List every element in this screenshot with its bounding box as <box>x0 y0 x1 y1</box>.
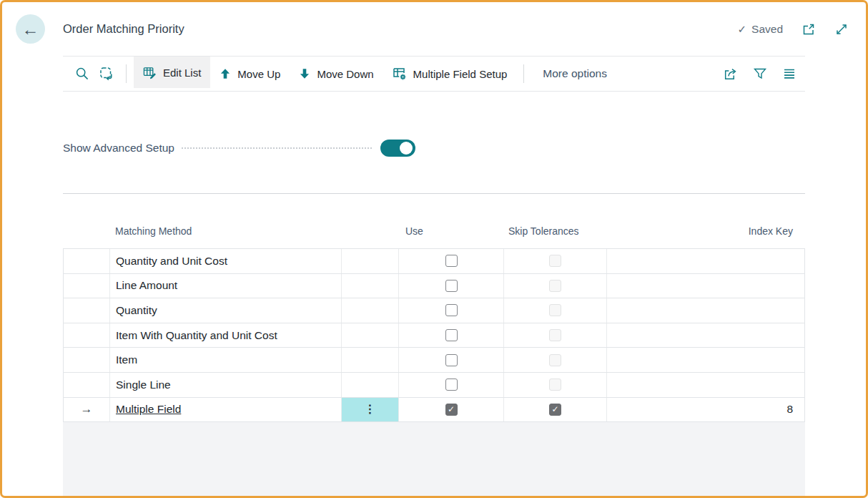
table-row: Single Line <box>64 373 804 398</box>
matching-method-cell[interactable]: Multiple Field <box>110 398 342 422</box>
matching-method-link[interactable]: Quantity <box>116 304 157 317</box>
skip-tolerances-checkbox[interactable]: ✓ <box>549 404 561 416</box>
title-bar: ← Order Matching Priority ✓ Saved <box>2 2 866 56</box>
use-cell <box>399 373 504 397</box>
table-row: Quantity <box>64 298 804 323</box>
expand-icon[interactable] <box>834 22 849 36</box>
row-menu-cell[interactable] <box>342 373 399 397</box>
index-key-cell[interactable]: 8 <box>607 398 804 422</box>
empty-footer-area <box>63 422 805 496</box>
move-up-icon <box>220 68 231 79</box>
row-selector-cell[interactable] <box>64 348 110 372</box>
saved-check-icon: ✓ <box>737 23 746 36</box>
move-down-button[interactable]: Move Down <box>290 57 383 91</box>
column-header-matching-method[interactable]: Matching Method <box>109 223 341 238</box>
column-header-use[interactable]: Use <box>398 223 503 238</box>
matching-method-link[interactable]: Quantity and Unit Cost <box>116 255 227 268</box>
table-row: Item <box>64 348 804 373</box>
row-selector-cell[interactable] <box>64 249 110 273</box>
edit-list-icon <box>143 66 157 79</box>
toolbar-separator <box>523 64 524 83</box>
use-cell <box>399 298 504 323</box>
refresh-icon[interactable] <box>94 67 119 81</box>
matching-method-cell[interactable]: Item With Quantity and Unit Cost <box>110 323 342 348</box>
table-row: Quantity and Unit Cost <box>64 249 804 274</box>
row-selector-cell[interactable] <box>64 298 110 323</box>
column-header-skip-tolerances[interactable]: Skip Tolerances <box>503 223 606 238</box>
use-checkbox[interactable] <box>445 379 458 391</box>
row-menu-cell[interactable]: ⋮ <box>342 398 399 422</box>
use-checkbox[interactable] <box>445 304 458 316</box>
use-checkbox[interactable] <box>445 280 458 292</box>
show-advanced-setup-label: Show Advanced Setup <box>63 142 174 155</box>
share-icon[interactable] <box>723 67 738 82</box>
table-body: Quantity and Unit Cost Line Amount <box>63 248 805 422</box>
matching-method-link[interactable]: Item <box>116 353 137 366</box>
row-selector-cell[interactable]: → <box>64 398 110 422</box>
column-header-selector <box>63 223 109 238</box>
row-selector-cell[interactable] <box>64 323 110 348</box>
index-key-cell[interactable] <box>607 298 804 323</box>
matching-method-link[interactable]: Item With Quantity and Unit Cost <box>116 329 277 342</box>
row-menu-cell[interactable] <box>342 348 399 372</box>
skip-tolerances-checkbox <box>549 379 561 391</box>
index-key-cell[interactable] <box>607 323 804 348</box>
row-selector-cell[interactable] <box>64 373 110 397</box>
search-icon[interactable] <box>70 67 94 81</box>
more-options-button[interactable]: More options <box>531 67 618 80</box>
skip-tolerances-checkbox <box>549 280 561 292</box>
move-up-button[interactable]: Move Up <box>210 57 290 91</box>
list-view-icon[interactable] <box>782 67 797 81</box>
multiple-field-setup-label: Multiple Field Setup <box>413 68 508 80</box>
filter-icon[interactable] <box>753 67 767 81</box>
row-selector-arrow: → <box>81 402 93 416</box>
move-down-icon <box>299 68 310 79</box>
skip-tolerances-cell <box>504 298 607 323</box>
skip-tolerances-checkbox <box>549 255 561 267</box>
back-arrow-icon: ← <box>22 21 39 38</box>
multiple-field-setup-icon <box>393 67 407 81</box>
index-key-cell[interactable] <box>607 373 804 397</box>
matching-method-cell[interactable]: Quantity and Unit Cost <box>110 249 342 273</box>
row-menu-cell[interactable] <box>342 274 399 298</box>
matching-method-link[interactable]: Multiple Field <box>116 403 181 416</box>
app-window: ← Order Matching Priority ✓ Saved <box>0 0 868 498</box>
index-key-cell[interactable] <box>607 274 804 298</box>
index-key-cell[interactable] <box>607 348 804 372</box>
show-advanced-setup-row: Show Advanced Setup <box>63 140 415 157</box>
row-menu-cell[interactable] <box>342 323 399 348</box>
matching-method-link[interactable]: Single Line <box>116 379 171 391</box>
use-cell <box>399 348 504 372</box>
column-header-index-key[interactable]: Index Key <box>606 223 805 238</box>
matching-method-link[interactable]: Line Amount <box>116 279 177 292</box>
show-advanced-setup-toggle[interactable] <box>380 140 415 157</box>
toolbar-right-actions <box>723 67 797 82</box>
matching-method-cell[interactable]: Single Line <box>110 373 342 397</box>
multiple-field-setup-button[interactable]: Multiple Field Setup <box>383 57 517 91</box>
open-in-new-window-icon[interactable] <box>802 22 816 36</box>
table-row: Line Amount <box>64 274 804 299</box>
matching-method-cell[interactable]: Item <box>110 348 342 372</box>
back-button[interactable]: ← <box>16 14 45 44</box>
edit-list-label: Edit List <box>163 67 201 79</box>
use-cell <box>399 249 504 273</box>
use-cell: ✓ <box>399 398 504 422</box>
title-bar-actions: ✓ Saved <box>737 22 849 36</box>
use-checkbox[interactable] <box>445 329 458 341</box>
matching-method-cell[interactable]: Quantity <box>110 298 342 323</box>
move-down-label: Move Down <box>317 68 373 80</box>
use-checkbox[interactable] <box>445 255 458 267</box>
section-divider <box>63 193 805 194</box>
dotted-leader <box>182 147 372 149</box>
use-checkbox[interactable]: ✓ <box>445 404 458 416</box>
matching-method-cell[interactable]: Line Amount <box>110 274 342 298</box>
row-menu-cell[interactable] <box>342 249 399 273</box>
use-checkbox[interactable] <box>445 354 458 366</box>
row-menu-cell[interactable] <box>342 298 399 323</box>
table-row: Item With Quantity and Unit Cost <box>64 323 804 348</box>
toolbar-separator <box>126 64 127 83</box>
save-status: ✓ Saved <box>737 23 783 36</box>
edit-list-button[interactable]: Edit List <box>134 57 210 88</box>
index-key-cell[interactable] <box>607 249 804 273</box>
row-selector-cell[interactable] <box>64 274 110 298</box>
